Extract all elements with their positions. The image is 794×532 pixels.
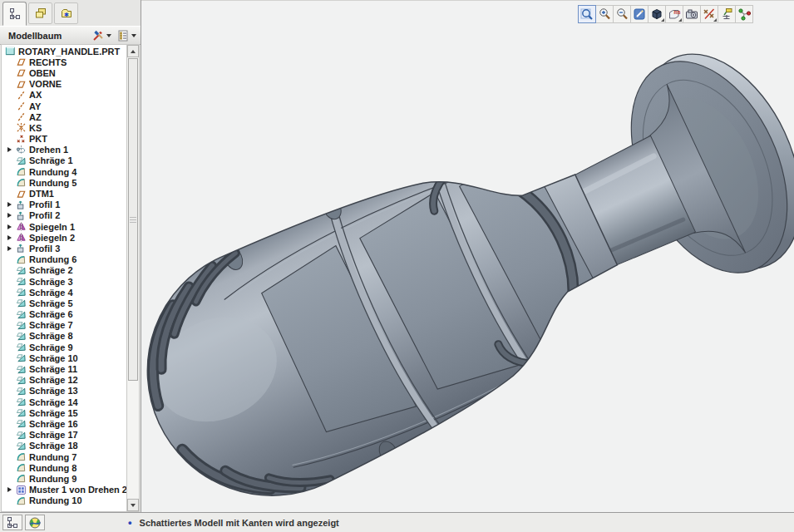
tree-item-schräge-10[interactable]: Schräge 10 bbox=[2, 352, 126, 363]
expand-arrow-icon bbox=[7, 235, 12, 240]
expand-toggle[interactable] bbox=[4, 147, 15, 152]
tree-item-schräge-8[interactable]: Schräge 8 bbox=[2, 331, 126, 342]
tree-item-label: Schräge 9 bbox=[29, 342, 73, 352]
expand-toggle[interactable] bbox=[4, 202, 15, 207]
viewport-canvas[interactable] bbox=[141, 1, 794, 514]
model-tree-title: Modellbaum bbox=[8, 31, 62, 41]
tree-item-schräge-6[interactable]: Schräge 6 bbox=[2, 309, 126, 320]
annotation-display-button[interactable] bbox=[718, 5, 736, 23]
tree-item-schräge-12[interactable]: Schräge 12 bbox=[2, 375, 126, 386]
expand-toggle[interactable] bbox=[4, 224, 15, 229]
repaint-button[interactable] bbox=[630, 5, 649, 23]
tree-filters-menu[interactable] bbox=[90, 27, 113, 44]
tree-item-schräge-18[interactable]: Schräge 18 bbox=[2, 441, 126, 451]
extrude-icon bbox=[15, 243, 27, 254]
dropdown-corner-icon bbox=[678, 18, 682, 22]
tree-item-muster-1-von-drehen-2[interactable]: Muster 1 von Drehen 2 bbox=[2, 485, 126, 495]
tree-item-ks[interactable]: KS bbox=[2, 122, 126, 133]
datum-plane-icon bbox=[15, 79, 27, 90]
view-toolbar: RB bbox=[579, 5, 753, 23]
tree-item-rundung-4[interactable]: Rundung 4 bbox=[2, 166, 126, 177]
tree-item-ay[interactable]: AY bbox=[2, 101, 126, 111]
tree-scrollbar[interactable] bbox=[126, 44, 140, 512]
tree-item-oben[interactable]: OBEN bbox=[2, 67, 126, 78]
tree-item-label: AZ bbox=[29, 112, 42, 122]
layer-tree-tab[interactable] bbox=[28, 2, 52, 24]
tree-item-rundung-8[interactable]: Rundung 8 bbox=[2, 462, 126, 473]
zoom-fit-button[interactable] bbox=[578, 5, 596, 23]
status-bullet: • bbox=[128, 517, 132, 528]
tree-item-pkt[interactable]: PKT bbox=[2, 134, 126, 145]
zoom-in-button[interactable] bbox=[595, 5, 614, 23]
spin-center-button[interactable] bbox=[735, 5, 753, 23]
display-style-button[interactable] bbox=[648, 5, 666, 23]
tree-item-rundung-10[interactable]: Rundung 10 bbox=[2, 495, 126, 506]
tree-item-profil-2[interactable]: Profil 2 bbox=[2, 210, 126, 221]
scroll-thumb[interactable] bbox=[128, 58, 138, 381]
datum-display-button[interactable] bbox=[700, 5, 718, 23]
tree-item-ax[interactable]: AX bbox=[2, 90, 126, 101]
zoom-out-icon bbox=[614, 7, 629, 22]
tree-item-schräge-15[interactable]: Schräge 15 bbox=[2, 407, 126, 418]
draft-icon bbox=[15, 407, 27, 418]
tree-item-profil-3[interactable]: Profil 3 bbox=[2, 243, 126, 254]
svg-text:✱: ✱ bbox=[64, 12, 69, 17]
tree-item-rundung-6[interactable]: Rundung 6 bbox=[2, 254, 126, 265]
navigator-toggle-button[interactable] bbox=[2, 515, 22, 530]
tree-item-dtm1[interactable]: DTM1 bbox=[2, 188, 126, 199]
expand-toggle[interactable] bbox=[4, 235, 15, 240]
tree-item-label: Schräge 8 bbox=[29, 331, 73, 341]
scroll-down-button[interactable] bbox=[127, 499, 139, 511]
tree-item-rechts[interactable]: RECHTS bbox=[2, 57, 126, 67]
saved-view-list-button[interactable]: RB bbox=[665, 5, 683, 23]
tree-item-schräge-3[interactable]: Schräge 3 bbox=[2, 276, 126, 287]
dropdown-corner-icon bbox=[713, 18, 717, 22]
tree-item-schräge-17[interactable]: Schräge 17 bbox=[2, 430, 126, 441]
tree-item-drehen-1[interactable]: Drehen 1 bbox=[2, 145, 126, 155]
tree-item-schräge-11[interactable]: Schräge 11 bbox=[2, 363, 126, 374]
tree-item-schräge-16[interactable]: Schräge 16 bbox=[2, 418, 126, 429]
tree-item-rundung-9[interactable]: Rundung 9 bbox=[2, 473, 126, 484]
datum-plane-icon bbox=[15, 67, 27, 78]
globe-icon bbox=[28, 516, 42, 530]
tree-item-label: Schräge 1 bbox=[29, 155, 73, 165]
browser-toggle-button[interactable] bbox=[25, 515, 45, 530]
scroll-up-button[interactable] bbox=[127, 45, 139, 57]
tree-item-schräge-1[interactable]: Schräge 1 bbox=[2, 155, 126, 166]
tree-item-az[interactable]: AZ bbox=[2, 111, 126, 122]
tree-item-profil-1[interactable]: Profil 1 bbox=[2, 200, 126, 210]
favorites-tab[interactable]: ✱ bbox=[54, 2, 78, 24]
tree-item-rundung-7[interactable]: Rundung 7 bbox=[2, 451, 126, 462]
tree-item-schräge-7[interactable]: Schräge 7 bbox=[2, 320, 126, 331]
annotation-display-icon bbox=[719, 7, 734, 22]
tree-item-label: Rundung 5 bbox=[29, 178, 76, 188]
graphics-viewport[interactable]: RB bbox=[141, 0, 794, 513]
tree-item-label: Spiegeln 2 bbox=[29, 233, 75, 243]
tree-item-label: Schräge 2 bbox=[29, 265, 73, 275]
tree-item-rundung-5[interactable]: Rundung 5 bbox=[2, 177, 126, 188]
view-manager-button[interactable] bbox=[683, 5, 701, 23]
tree-item-label: Rundung 6 bbox=[29, 254, 76, 264]
expand-toggle[interactable] bbox=[4, 487, 15, 492]
zoom-in-icon bbox=[597, 7, 612, 22]
tree-item-rotary-handle-prt[interactable]: ROTARY_HANDLE.PRT bbox=[2, 46, 126, 57]
tree-item-spiegeln-2[interactable]: Spiegeln 2 bbox=[2, 232, 126, 243]
tree-item-schräge-14[interactable]: Schräge 14 bbox=[2, 397, 126, 407]
tree-item-vorne[interactable]: VORNE bbox=[2, 79, 126, 90]
tools-icon bbox=[91, 29, 105, 42]
tree-item-schräge-9[interactable]: Schräge 9 bbox=[2, 342, 126, 352]
tree-item-schräge-2[interactable]: Schräge 2 bbox=[2, 265, 126, 276]
tree-columns-menu[interactable] bbox=[115, 27, 138, 44]
tree-item-spiegeln-1[interactable]: Spiegeln 1 bbox=[2, 221, 126, 232]
tree-item-schräge-5[interactable]: Schräge 5 bbox=[2, 298, 126, 308]
zoom-out-button[interactable] bbox=[613, 5, 631, 23]
rotary-handle-model[interactable] bbox=[141, 8, 794, 514]
model-tree-tab[interactable] bbox=[2, 2, 27, 26]
expand-toggle[interactable] bbox=[4, 246, 15, 251]
expand-toggle[interactable] bbox=[4, 213, 15, 218]
tree-item-label: Rundung 9 bbox=[29, 474, 76, 484]
tree-item-label: AX bbox=[29, 90, 42, 100]
tree-item-schräge-13[interactable]: Schräge 13 bbox=[2, 386, 126, 397]
tree-item-schräge-4[interactable]: Schräge 4 bbox=[2, 287, 126, 298]
tree-item-label: AY bbox=[29, 101, 41, 111]
